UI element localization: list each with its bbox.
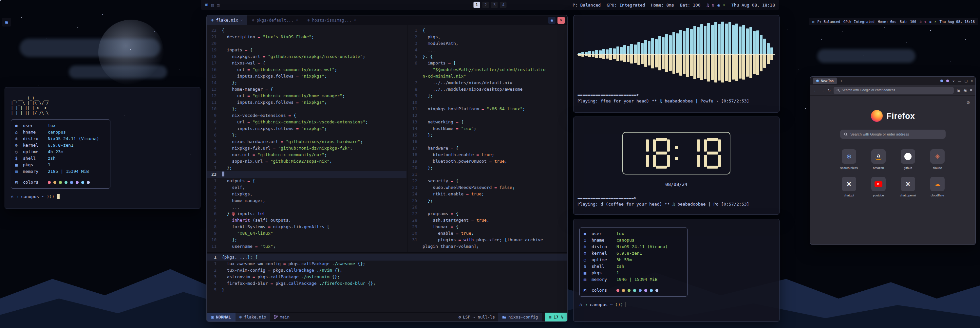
shortcut-amazon[interactable]: aamazon: [871, 149, 886, 170]
tab-close-icon[interactable]: ×: [296, 18, 298, 22]
shortcuts-grid: ❄search.nixosaamazongithub✳claude❋chatgp…: [834, 149, 952, 197]
clock-window: 08/08/24 ======================> Playing…: [573, 117, 780, 215]
maximize-button[interactable]: ▢: [965, 79, 967, 83]
system-tray: ♫⇅◉☀: [920, 20, 936, 24]
menu-icon[interactable]: ≡: [970, 88, 972, 93]
wallpaper-stars: [0, 0, 1, 1]
workspace-1[interactable]: 1: [474, 2, 480, 8]
cava-bar: [668, 19, 672, 90]
bar-modules: P: BalancedGPU: IntegratedHome: 8msBat: …: [573, 0, 775, 10]
shell-prompt[interactable]: ⌂ → canopus ~ ))): [579, 302, 773, 307]
tab-close-icon[interactable]: ×: [240, 18, 243, 22]
project-chip: nixos-config: [498, 313, 542, 322]
launcher-icon[interactable]: ⊞: [205, 2, 208, 8]
git-branch-name: main: [280, 315, 290, 320]
track-progress: ======================>: [578, 195, 775, 200]
shortcut-label: amazon: [873, 166, 884, 170]
code-line: 2 sops-nix.url = "github:Mic92/sops-nix"…: [207, 158, 406, 165]
fastfetch-window[interactable]: ●usertux⌂hnamecanopus❄distroNixOS 24.11 …: [573, 219, 780, 322]
gear-icon: ⚙: [458, 315, 461, 320]
editor-pane-pkgs[interactable]: 1{pkgs, ...}: {1 tux-awesome-wm-config =…: [207, 252, 568, 313]
shortcut-cloudflare[interactable]: ☁cloudflare: [930, 177, 945, 197]
terminal-window[interactable]: _ __ (_)__ __ | '_ \ | |\ \/ / | | | || …: [5, 87, 200, 209]
code-line: 22 security = {: [407, 178, 568, 184]
close-button[interactable]: ×: [971, 79, 973, 83]
editor-tabbar: ❄flake.nix×❄pkgs/default...×❄hosts/isoIm…: [207, 15, 567, 25]
workspace-3[interactable]: 3: [491, 2, 498, 8]
cursor-block: [222, 171, 224, 176]
tray-icon[interactable]: ⇅: [712, 3, 714, 8]
clock-digit-8: [704, 138, 721, 169]
code-line: 3 nixpkgs,: [207, 191, 406, 197]
fetch-row-shell: $shellzsh: [15, 155, 106, 162]
new-tab-button[interactable]: +: [840, 79, 843, 84]
fetch-row-shell: $shellzsh: [584, 263, 683, 270]
shell-prompt[interactable]: ⌂ → canopus ~ ))): [11, 194, 194, 199]
system-tray: ♫⇅◉☀: [706, 3, 725, 8]
shortcut-claude[interactable]: ✳claude: [930, 149, 945, 170]
tab-new-tab[interactable]: New Tab: [813, 78, 837, 84]
tray-icon[interactable]: ⇅: [924, 20, 926, 24]
tab-close-icon[interactable]: ×: [354, 18, 356, 22]
workspace-2[interactable]: 2: [482, 2, 489, 8]
code-line: 5 ...: [207, 204, 406, 211]
launcher-icon[interactable]: ⊞: [5, 19, 8, 25]
account-icon[interactable]: ◉: [964, 88, 967, 93]
code-line: 5 nixos-hardware.url = "github:nixos/nix…: [207, 138, 406, 145]
minimize-button[interactable]: —: [958, 79, 961, 83]
tab-pkgs/default...[interactable]: ❄pkgs/default...×: [247, 15, 303, 25]
tray-icon[interactable]: ☀: [723, 3, 725, 8]
refresh-button[interactable]: ↻: [827, 88, 830, 93]
shortcut-youtube[interactable]: ▶youtube: [871, 177, 886, 197]
cava-bar: [598, 19, 602, 90]
code-line: 29 thunar = {: [407, 223, 568, 230]
shortcut-search.nixos[interactable]: ❄search.nixos: [840, 149, 858, 170]
cava-bar: [640, 19, 644, 90]
editor-pane-flake[interactable]: 22{21 description = "tux's NixOS Flake";…: [207, 25, 406, 252]
tab-title: New Tab: [821, 79, 834, 83]
forward-button[interactable]: →: [821, 88, 824, 93]
cava-bar: [689, 19, 693, 90]
launcher-icon[interactable]: ⊞: [812, 20, 815, 24]
fetch-row-hname: ⌂hnamecanopus: [584, 237, 683, 244]
palette-dot: [633, 289, 636, 292]
cava-bar: [714, 19, 718, 90]
tab-hosts/isoImag...[interactable]: ❄hosts/isoImag...×: [303, 15, 361, 25]
firefox-newtab-page: ⚙ Firefox Search with Google or enter ad…: [810, 95, 975, 244]
personalize-gear-icon[interactable]: ⚙: [966, 100, 970, 105]
tray-icon[interactable]: ◉: [929, 20, 931, 24]
tray-icon[interactable]: ◉: [718, 3, 720, 8]
urlbar[interactable]: Search with Google or enter address: [834, 87, 954, 94]
shortcut-github[interactable]: github: [901, 149, 915, 170]
code-line: 30 enable = true;: [407, 230, 568, 237]
bar-module: GPU: Integrated: [843, 20, 875, 24]
workspace-4[interactable]: 4: [500, 2, 507, 8]
tab-flake.nix[interactable]: ❄flake.nix×: [207, 15, 247, 25]
close-window-button[interactable]: ×: [557, 17, 565, 24]
tray-icon[interactable]: ♫: [706, 3, 709, 8]
extensions-icon[interactable]: ▣: [957, 88, 960, 93]
extension-icon[interactable]: [940, 79, 943, 82]
code-line: 1 };: [207, 165, 406, 171]
tray-icon[interactable]: ☀: [934, 20, 936, 24]
tray-icon[interactable]: ♫: [920, 20, 921, 24]
editor-pane-iso[interactable]: 1{2 pkgs,3 modulesPath,4 ...5}: {6 impor…: [407, 25, 568, 252]
bar-clock: Thu Aug 08, 18:18: [940, 20, 975, 24]
shortcut-chatgpt[interactable]: ❋chatgpt: [842, 177, 856, 197]
list-tabs-icon[interactable]: ∨: [952, 79, 955, 83]
code-line: 6 imports = [: [407, 60, 568, 67]
cava-bar: [746, 19, 749, 90]
palette-dot: [622, 289, 625, 292]
cava-bar: [707, 19, 710, 90]
view-toggle-button[interactable]: ◉: [548, 17, 555, 24]
fetch-row-colors: ◩colors: [15, 179, 106, 185]
cursor-block: [625, 302, 628, 307]
cava-bar: [648, 19, 651, 90]
fetch-row-distro: ❄distroNixOS 24.11 (Vicuna): [584, 244, 683, 250]
search-input[interactable]: Search with Google or enter address: [840, 130, 946, 139]
code-line: 17 nixos-wsl = {: [207, 60, 406, 67]
shortcut-chat.openai[interactable]: ❋chat.openai: [900, 177, 916, 197]
extension-icon[interactable]: [946, 79, 949, 82]
code-line: 8 url = "github:nix-community/nix-vscode…: [207, 119, 406, 125]
back-button[interactable]: ←: [814, 88, 818, 93]
